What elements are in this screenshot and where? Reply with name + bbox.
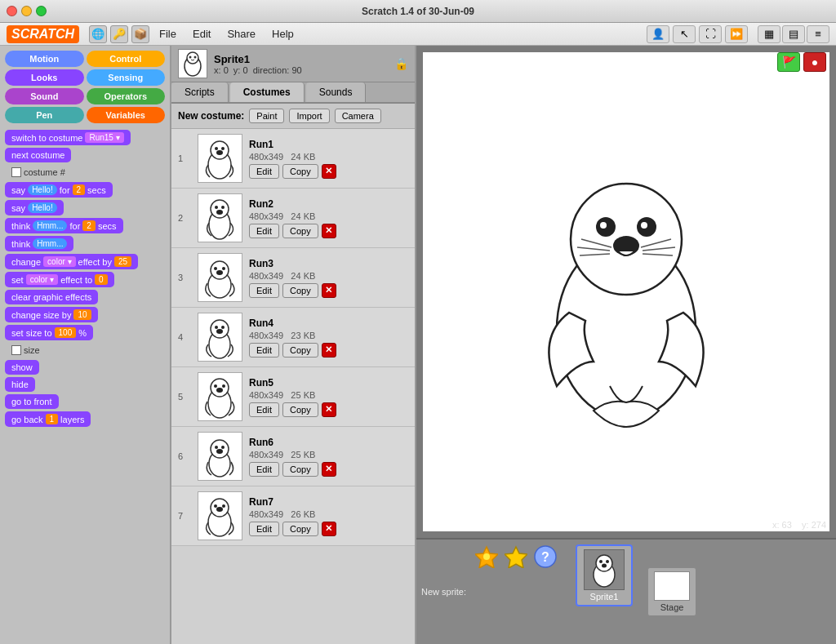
copy-costume-button[interactable]: Copy	[282, 224, 318, 238]
costume-name: Run1	[249, 139, 408, 150]
new-sprite-question-button[interactable]: ?	[533, 544, 558, 569]
block-val-100: 100	[55, 327, 77, 338]
menu-help[interactable]: Help	[265, 26, 300, 42]
stop-button[interactable]: ●	[803, 52, 826, 72]
menu-edit[interactable]: Edit	[186, 26, 217, 42]
menu-file[interactable]: File	[153, 26, 183, 42]
edit-costume-button[interactable]: Edit	[249, 402, 279, 417]
new-sprite-label: New sprite:	[421, 587, 466, 597]
delete-costume-button[interactable]: ✕	[322, 462, 336, 477]
grid-icon[interactable]: ▦	[758, 25, 780, 43]
block-next-costume[interactable]: next costume	[5, 148, 71, 162]
sprite-coords-label: x: 0 y: 0 direction: 90	[214, 65, 302, 75]
tab-scripts[interactable]: Scripts	[171, 82, 229, 102]
copy-costume-button[interactable]: Copy	[282, 402, 318, 417]
camera-button[interactable]: Camera	[335, 109, 381, 123]
tab-costumes[interactable]: Costumes	[230, 82, 305, 102]
edit-costume-button[interactable]: Edit	[249, 462, 279, 477]
category-variables[interactable]: Variables	[87, 107, 166, 123]
list-icon[interactable]: ≡	[807, 25, 829, 43]
delete-costume-button[interactable]: ✕	[322, 224, 336, 238]
block-set-effect[interactable]: set color ▾ effect to 0	[5, 272, 114, 287]
paint-button[interactable]: Paint	[249, 109, 284, 123]
delete-costume-button[interactable]: ✕	[322, 164, 336, 179]
fullscreen-icon[interactable]: ⛶	[699, 25, 722, 43]
svg-point-38	[216, 507, 223, 512]
svg-marker-54	[505, 547, 527, 568]
block-think[interactable]: think Hmm...	[5, 236, 73, 251]
category-sound[interactable]: Sound	[5, 88, 84, 104]
sprite-thumb-svg	[180, 50, 206, 78]
delete-costume-button[interactable]: ✕	[322, 283, 336, 298]
category-motion[interactable]: Motion	[5, 51, 84, 67]
costume-name: Run4	[249, 318, 408, 329]
lock-icon[interactable]: 🔒	[394, 57, 408, 70]
edit-costume-button[interactable]: Edit	[249, 164, 279, 179]
svg-point-22	[221, 326, 225, 329]
block-go-to-front[interactable]: go to front	[5, 394, 59, 409]
new-sprite-star-button[interactable]	[504, 544, 528, 569]
cursor-icon[interactable]: ↖	[673, 25, 696, 43]
block-value-costume: Run15 ▾	[85, 132, 123, 143]
category-operators[interactable]: Operators	[87, 88, 166, 104]
block-say[interactable]: say Hello!	[5, 200, 64, 215]
present-icon[interactable]: ⏩	[725, 25, 748, 43]
minimize-button[interactable]	[21, 6, 32, 16]
block-say-for[interactable]: say Hello! for 2 secs	[5, 182, 113, 198]
block-hide[interactable]: hide	[5, 377, 35, 392]
block-go-back[interactable]: go back 1 layers	[5, 411, 91, 427]
key-icon[interactable]: 🔑	[110, 25, 128, 43]
edit-costume-button[interactable]: Edit	[249, 224, 279, 238]
costume-name: Run5	[249, 377, 408, 389]
block-size-check[interactable]: size	[5, 343, 47, 358]
costume-number: 7	[178, 511, 191, 521]
block-think-for[interactable]: think Hmm... for 2 secs	[5, 218, 123, 233]
tab-sounds[interactable]: Sounds	[306, 82, 367, 102]
costume-preview	[198, 372, 242, 421]
new-sprite-paint-button[interactable]	[474, 544, 499, 569]
edit-costume-button[interactable]: Edit	[249, 283, 279, 298]
edit-costume-button[interactable]: Edit	[249, 522, 279, 536]
svg-point-32	[221, 446, 225, 449]
block-change-size[interactable]: change size by 10	[5, 307, 98, 322]
layout-icon[interactable]: ▤	[782, 25, 805, 43]
person-icon[interactable]: 👤	[647, 25, 669, 43]
delete-costume-button[interactable]: ✕	[322, 522, 336, 536]
copy-costume-button[interactable]: Copy	[282, 462, 318, 477]
svg-point-17	[222, 267, 225, 270]
category-looks[interactable]: Looks	[5, 69, 84, 86]
svg-text:?: ?	[541, 550, 549, 564]
block-switch-costume[interactable]: switch to costume Run15 ▾	[5, 130, 131, 145]
checkbox-costume[interactable]	[11, 167, 21, 177]
block-val-25: 25	[114, 256, 131, 267]
menu-share[interactable]: Share	[220, 26, 262, 42]
delete-costume-button[interactable]: ✕	[322, 402, 336, 417]
close-button[interactable]	[7, 6, 17, 16]
import-button[interactable]: Import	[289, 109, 329, 123]
checkbox-size[interactable]	[11, 345, 21, 355]
copy-costume-button[interactable]: Copy	[282, 343, 318, 358]
globe-icon[interactable]: 🌐	[89, 25, 107, 43]
copy-costume-button[interactable]: Copy	[282, 522, 318, 536]
copy-costume-button[interactable]: Copy	[282, 164, 318, 179]
block-change-effect[interactable]: change color ▾ effect by 25	[5, 254, 138, 269]
costume-actions: Edit Copy ✕	[249, 462, 408, 477]
package-icon[interactable]: 📦	[131, 25, 149, 43]
svg-point-31	[215, 446, 218, 449]
sprite1-tile[interactable]: Sprite1	[576, 544, 633, 606]
stage-tile[interactable]: Stage	[647, 567, 696, 616]
green-flag-button[interactable]: 🚩	[777, 52, 800, 72]
block-set-size[interactable]: set size to 100 %	[5, 325, 93, 340]
delete-costume-button[interactable]: ✕	[322, 343, 336, 358]
category-pen[interactable]: Pen	[5, 107, 84, 123]
category-sensing[interactable]: Sensing	[87, 69, 166, 86]
svg-point-1	[187, 52, 198, 64]
category-buttons: Motion Control Looks Sensing Sound Opera…	[0, 46, 170, 127]
block-costume-num[interactable]: costume #	[5, 165, 72, 180]
block-show[interactable]: show	[5, 360, 39, 375]
block-clear-effects[interactable]: clear graphic effects	[5, 290, 98, 304]
maximize-button[interactable]	[36, 6, 47, 16]
category-control[interactable]: Control	[87, 51, 166, 67]
copy-costume-button[interactable]: Copy	[282, 283, 318, 298]
edit-costume-button[interactable]: Edit	[249, 343, 279, 358]
